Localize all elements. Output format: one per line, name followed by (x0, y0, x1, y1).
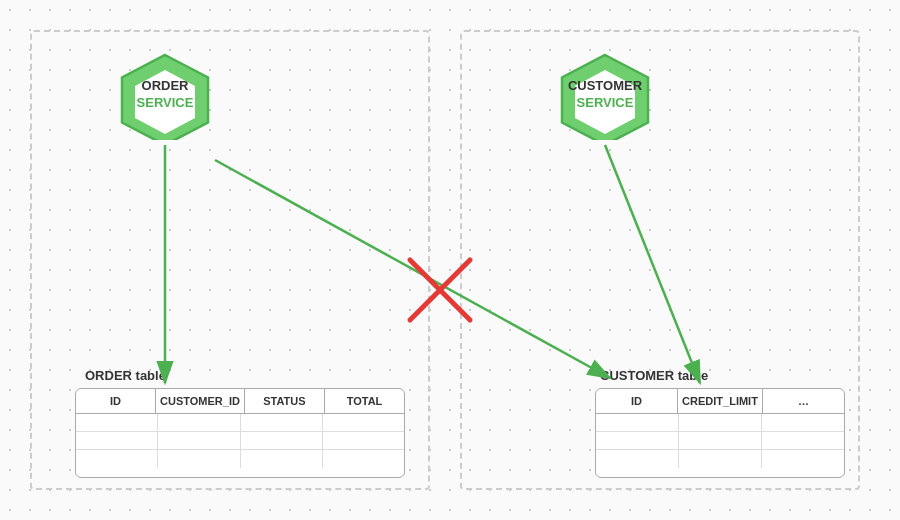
order-table: ID CUSTOMER_ID STATUS TOTAL (75, 388, 405, 478)
cell (76, 414, 158, 431)
cell (596, 414, 679, 431)
cell (241, 432, 323, 449)
cell (323, 432, 404, 449)
table-row (76, 450, 404, 468)
customer-col-credit: CREDIT_LIMIT (678, 389, 763, 413)
customer-table: ID CREDIT_LIMIT … (595, 388, 845, 478)
cell (76, 432, 158, 449)
order-table-label: ORDER table (85, 368, 166, 383)
customer-service-label: CUSTOMER SERVICE (568, 78, 642, 112)
order-col-total: TOTAL (325, 389, 404, 413)
table-row (76, 414, 404, 432)
cell (762, 432, 844, 449)
cell (596, 432, 679, 449)
customer-col-more: … (763, 389, 844, 413)
order-hexagon: ORDER SERVICE (115, 50, 215, 140)
customer-col-id: ID (596, 389, 678, 413)
cell (241, 450, 323, 468)
customer-table-header: ID CREDIT_LIMIT … (596, 389, 844, 414)
order-table-header: ID CUSTOMER_ID STATUS TOTAL (76, 389, 404, 414)
cell (241, 414, 323, 431)
cell (762, 450, 844, 468)
table-row (596, 432, 844, 450)
order-col-status: STATUS (245, 389, 325, 413)
cell (679, 432, 762, 449)
table-row (76, 432, 404, 450)
order-table-rows (76, 414, 404, 468)
customer-table-label: CUSTOMER table (600, 368, 708, 383)
cell (679, 414, 762, 431)
order-service-label: ORDER SERVICE (137, 78, 194, 112)
cell (323, 450, 404, 468)
cell (679, 450, 762, 468)
main-container: ORDER SERVICE CUSTOMER SERVICE ORDER tab… (0, 0, 900, 520)
customer-table-rows (596, 414, 844, 468)
cell (158, 450, 240, 468)
cell (596, 450, 679, 468)
customer-service-icon: CUSTOMER SERVICE (555, 50, 655, 140)
cell (158, 414, 240, 431)
cell (158, 432, 240, 449)
cell (323, 414, 404, 431)
cell (762, 414, 844, 431)
order-service-icon: ORDER SERVICE (115, 50, 215, 140)
order-col-customer-id: CUSTOMER_ID (156, 389, 245, 413)
cell (76, 450, 158, 468)
table-row (596, 450, 844, 468)
order-col-id: ID (76, 389, 156, 413)
customer-hexagon: CUSTOMER SERVICE (555, 50, 655, 140)
table-row (596, 414, 844, 432)
diagram: ORDER SERVICE CUSTOMER SERVICE ORDER tab… (20, 20, 880, 500)
